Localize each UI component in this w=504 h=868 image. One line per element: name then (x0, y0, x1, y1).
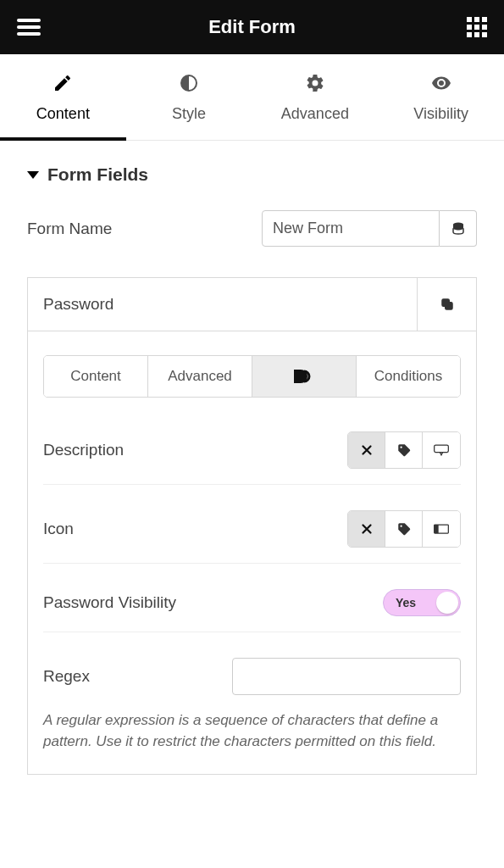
tooltip-icon (433, 443, 450, 457)
password-visibility-row: Password Visibility Yes (43, 564, 461, 632)
page-title: Edit Form (208, 16, 296, 38)
tab-label: Style (172, 105, 206, 123)
tag-icon (396, 521, 412, 537)
regex-input[interactable] (232, 658, 461, 695)
contrast-icon (179, 73, 199, 93)
form-name-label: Form Name (27, 220, 112, 238)
form-name-dynamic-button[interactable] (440, 210, 477, 247)
svg-rect-5 (435, 525, 439, 533)
svg-rect-3 (435, 445, 449, 452)
tab-label: Content (36, 105, 90, 123)
icon-mode-none[interactable] (348, 511, 385, 547)
icon-mode-box[interactable] (423, 511, 460, 547)
regex-label: Regex (43, 667, 90, 686)
tab-advanced[interactable]: Advanced (252, 54, 379, 140)
gear-icon (305, 73, 325, 93)
toggle-label: Yes (396, 596, 416, 609)
inner-tab-d-logo[interactable] (252, 356, 357, 397)
menu-button[interactable] (17, 19, 41, 36)
regex-row: Regex (43, 632, 461, 702)
inner-tab-content[interactable]: Content (44, 356, 148, 397)
icon-mode-group (347, 510, 461, 548)
caret-down-icon (27, 171, 39, 179)
apps-grid-button[interactable] (467, 17, 487, 37)
section-title: Form Fields (47, 164, 148, 185)
toggle-knob (436, 592, 458, 614)
card-body: Content Advanced Conditions Description (28, 331, 476, 774)
field-card-password: Password Content Advanced Conditions Des… (27, 277, 477, 775)
section-header[interactable]: Form Fields (27, 164, 477, 185)
tab-visibility[interactable]: Visibility (378, 54, 504, 140)
description-row: Description (43, 406, 461, 485)
card-header: Password (28, 278, 476, 331)
icon-mode-tag[interactable] (385, 511, 423, 547)
description-mode-none[interactable] (348, 432, 385, 468)
tab-content[interactable]: Content (0, 54, 126, 140)
tab-style[interactable]: Style (126, 54, 252, 140)
description-mode-tooltip[interactable] (423, 432, 460, 468)
tab-label: Visibility (413, 105, 468, 123)
box-icon (433, 522, 450, 536)
password-visibility-toggle[interactable]: Yes (383, 589, 461, 616)
tag-icon (396, 442, 412, 458)
form-fields-section: Form Fields Form Name Password Content A… (0, 141, 504, 798)
inner-tab-conditions[interactable]: Conditions (357, 356, 460, 397)
inner-tabs: Content Advanced Conditions (43, 355, 461, 398)
card-title[interactable]: Password (28, 278, 417, 331)
main-tabs: Content Style Advanced Visibility (0, 54, 504, 141)
form-name-row: Form Name (27, 210, 477, 247)
eye-icon (431, 73, 451, 93)
app-header: Edit Form (0, 0, 504, 54)
icon-row: Icon (43, 485, 461, 564)
pencil-icon (53, 73, 73, 93)
close-icon (359, 521, 374, 537)
svg-rect-2 (442, 299, 449, 306)
description-label: Description (43, 441, 124, 459)
d-logo-icon (292, 368, 316, 385)
icon-label: Icon (43, 520, 74, 538)
tab-label: Advanced (281, 105, 349, 123)
form-name-input[interactable] (262, 210, 440, 247)
description-mode-tag[interactable] (385, 432, 423, 468)
form-name-group (262, 210, 477, 247)
duplicate-button[interactable] (417, 278, 476, 331)
database-icon (451, 221, 466, 236)
regex-help-text: A regular expression is a sequence of ch… (43, 702, 461, 757)
description-mode-group (347, 431, 461, 469)
inner-tab-advanced[interactable]: Advanced (148, 356, 252, 397)
password-visibility-label: Password Visibility (43, 593, 176, 612)
close-icon (359, 442, 374, 458)
copy-icon (440, 297, 455, 312)
